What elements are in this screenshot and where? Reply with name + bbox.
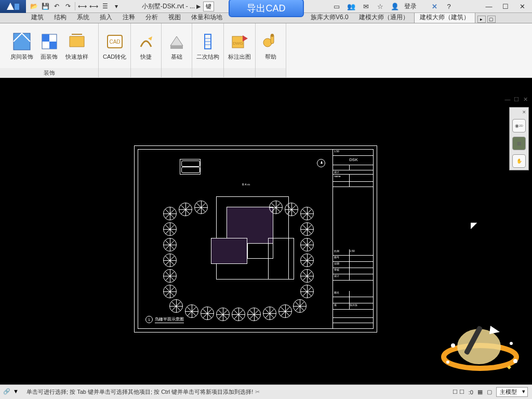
tab-insert[interactable]: 插入 (95, 12, 117, 23)
svg-point-18 (510, 342, 513, 345)
tab-analyze[interactable]: 分析 (140, 12, 163, 23)
svg-rect-0 (15, 4, 19, 10)
navigation-bar[interactable]: ✕ ◉2D ▦ ✋ (509, 107, 529, 170)
viewcube-icon[interactable]: ◉2D (512, 119, 526, 132)
title-block: 1:50 DSK 设计 name 比例1:50 图号 日期 审核 设计 图名 第… (332, 150, 373, 328)
tab-massing[interactable]: 体量和场地 (186, 12, 228, 23)
view-selector-dropdown[interactable]: 主模型 (496, 387, 528, 397)
help-icon[interactable]: ? (444, 1, 454, 11)
key-hint: 键 (203, 2, 214, 11)
tab-annotate[interactable]: 注释 (117, 12, 140, 23)
sb-view-icon[interactable]: ▦ (477, 389, 483, 395)
svg-text:DWG: DWG (233, 41, 243, 46)
mouse-cursor: ◤ (471, 220, 477, 230)
app-menu-button[interactable] (0, 0, 26, 13)
view-maximize-icon[interactable]: ☐ (513, 96, 520, 103)
secondary-structure-button[interactable]: 二次结构 (194, 30, 221, 62)
x-logo-icon[interactable]: ✕ (429, 1, 440, 11)
svg-rect-3 (42, 34, 49, 42)
maximize-button[interactable]: ☐ (498, 1, 513, 11)
view-title: 鸟瞰平面示意图 (155, 316, 184, 323)
tab-model-master-arch[interactable]: 建模大师（建筑） (414, 11, 475, 23)
qat-open-icon[interactable]: 📂 (29, 2, 38, 11)
view-minimize-icon[interactable]: — (504, 96, 511, 103)
favorite-icon[interactable]: ☆ (375, 1, 385, 11)
tab-structure[interactable]: 结构 (49, 12, 72, 23)
qat-undo-icon[interactable]: ↶ (52, 2, 61, 11)
message-icon[interactable]: ✉ (361, 1, 371, 11)
svg-rect-1 (14, 33, 30, 50)
building-plan: 8.4 m (206, 186, 299, 290)
title-arrow-icon[interactable]: ▶ (195, 3, 202, 10)
separator (75, 2, 75, 10)
svg-point-17 (451, 343, 455, 348)
view-number: 1 (145, 316, 153, 323)
login-button[interactable]: 登录 (404, 2, 417, 11)
parking-symbol (180, 159, 201, 175)
tab-architecture[interactable]: 建筑 (26, 12, 49, 23)
qat-redo-icon[interactable]: ↷ (63, 2, 73, 11)
tab-arrow-icon[interactable]: ▸ (477, 16, 486, 23)
qat-dim-icon[interactable]: ⟷ (77, 2, 87, 11)
svg-rect-7 (170, 46, 183, 49)
help-button[interactable]: 帮助 (258, 30, 284, 62)
nav-close-icon[interactable]: ✕ (522, 110, 526, 115)
tab-box-icon[interactable]: ▢ (487, 16, 496, 23)
close-button[interactable]: ✕ (514, 1, 530, 11)
minimize-button[interactable]: — (481, 1, 497, 11)
qat-align-icon[interactable]: ⟷ (89, 2, 98, 11)
viewport[interactable]: — ☐ ✕ ✕ ◉2D ▦ ✋ 1:50 DSK 设计 name 比例1:50 … (0, 78, 532, 384)
tab-view[interactable]: 视图 (163, 12, 186, 23)
user-icon[interactable]: 👤 (390, 1, 400, 11)
svg-point-13 (271, 34, 274, 37)
search-box-icon[interactable]: ▭ (331, 1, 342, 11)
tab-family-master[interactable]: 族库大师V6.0 (305, 12, 354, 23)
svg-point-20 (513, 359, 517, 363)
tab-systems[interactable]: 系统 (72, 12, 95, 23)
annotate-export-button[interactable]: DWG 标注出图 (226, 30, 253, 62)
qat-save-icon[interactable]: 💾 (41, 2, 50, 11)
sb-link-icon[interactable]: 🔗 (3, 388, 11, 396)
svg-point-19 (446, 361, 449, 364)
sb-icon-group[interactable]: ☐ ☐ (453, 389, 464, 395)
export-cad-button[interactable]: 导出CAD (229, 0, 304, 17)
status-hint: 单击可进行选择; 按 Tab 键并单击可选择其他项目; 按 Ctrl 键并单击可… (24, 388, 253, 396)
view-close-icon[interactable]: ✕ (522, 96, 529, 103)
svg-text:CAD: CAD (109, 39, 120, 45)
tab-model-master-general[interactable]: 建模大师（通用） (354, 12, 414, 23)
document-title: 小别墅-DSK.rvt - ... (142, 2, 195, 11)
quick-sweep-button[interactable]: 快速放样 (63, 30, 90, 62)
drawing-sheet[interactable]: 1:50 DSK 设计 name 比例1:50 图号 日期 审核 设计 图名 第… (134, 145, 377, 332)
community-icon[interactable]: 👥 (346, 1, 356, 11)
nav-pan-icon[interactable]: ✋ (512, 154, 526, 168)
sb-zoom[interactable]: :0 (469, 389, 473, 395)
panel-decoration-label: 装饰 (0, 68, 98, 77)
cad-convert-button[interactable]: CAD CAD转化 (101, 30, 128, 62)
svg-rect-4 (49, 42, 57, 49)
qat-more-icon[interactable]: ▾ (112, 2, 121, 11)
quick-button[interactable]: 快捷 (133, 30, 159, 62)
north-arrow-icon (317, 159, 325, 167)
nav-wheel-icon[interactable]: ▦ (512, 137, 526, 150)
foundation-button[interactable]: 基础 (164, 30, 190, 62)
room-decoration-button[interactable]: 房间装饰 (8, 30, 35, 62)
face-decoration-button[interactable]: 面装饰 (36, 30, 62, 62)
qat-tag-icon[interactable]: ☰ (100, 2, 110, 11)
sb-filter-icon[interactable]: ▼ (13, 388, 21, 396)
sb-view-icon2[interactable]: ▢ (487, 389, 492, 395)
watermark-logo (438, 321, 522, 380)
